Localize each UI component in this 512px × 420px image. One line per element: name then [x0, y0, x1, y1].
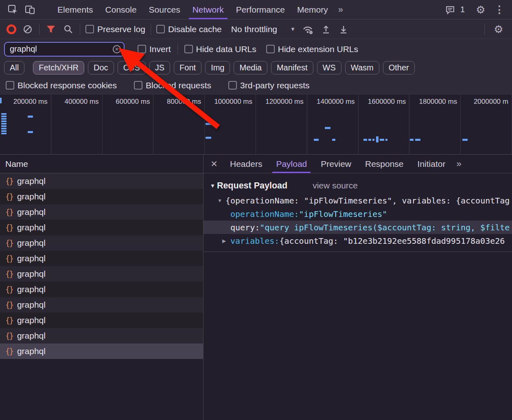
- extra-filter-toggle[interactable]: Blocked response cookies: [6, 81, 117, 90]
- extra-filter-toggle[interactable]: Blocked requests: [134, 81, 211, 90]
- caret-down-icon[interactable]: ▼: [210, 183, 215, 189]
- filter-funnel-icon[interactable]: [45, 24, 57, 35]
- request-type-pill[interactable]: Other: [383, 61, 415, 74]
- network-settings-gear-icon[interactable]: ⚙: [490, 24, 507, 35]
- timeline-bar: [363, 139, 367, 141]
- fetch-xhr-icon: {}: [5, 177, 13, 186]
- network-filter-input[interactable]: [4, 42, 125, 57]
- view-source-link[interactable]: view source: [313, 181, 358, 190]
- hide-data-urls-checkbox[interactable]: [184, 45, 193, 53]
- detail-tab[interactable]: Initiator: [411, 155, 453, 173]
- hide-extension-urls-checkbox[interactable]: [266, 45, 275, 53]
- request-row[interactable]: {} graphql: [0, 297, 203, 313]
- request-row[interactable]: {} graphql: [0, 343, 203, 359]
- extra-filter-checkbox[interactable]: [228, 81, 237, 90]
- timeline-bar: [206, 123, 212, 125]
- timeline-bar: [1, 125, 7, 127]
- more-detail-tabs-icon[interactable]: »: [452, 155, 465, 173]
- disable-cache-toggle[interactable]: Disable cache: [156, 24, 222, 34]
- request-type-pill[interactable]: Font: [174, 61, 201, 74]
- detail-tab[interactable]: Response: [358, 155, 411, 173]
- invert-toggle[interactable]: Invert: [138, 44, 171, 54]
- panel-tab[interactable]: Performance: [230, 0, 291, 19]
- clear-filter-icon[interactable]: ✕: [113, 45, 121, 53]
- settings-gear-icon[interactable]: ⚙: [472, 4, 489, 15]
- panel-tab[interactable]: Console: [99, 0, 143, 19]
- invert-checkbox[interactable]: [138, 45, 146, 53]
- close-details-icon[interactable]: ✕: [205, 155, 223, 173]
- hide-data-urls-toggle[interactable]: Hide data URLs: [184, 44, 256, 54]
- timeline-bar: [314, 139, 319, 141]
- request-type-pill[interactable]: JS: [149, 61, 170, 74]
- panel-tabs: ElementsConsoleSourcesNetworkPerformance…: [51, 0, 334, 19]
- fetch-xhr-icon: {}: [5, 223, 13, 232]
- request-row[interactable]: {} graphql: [0, 204, 203, 220]
- request-row[interactable]: {} graphql: [0, 328, 203, 343]
- request-row[interactable]: {} graphql: [0, 251, 203, 266]
- timeline-overview[interactable]: 200000 ms400000 ms600000 ms800000 ms1000…: [0, 94, 512, 155]
- throttling-select[interactable]: No throttling ▼: [231, 24, 295, 34]
- request-type-filters: AllFetch/XHRDocCSSJSFontImgMediaManifest…: [0, 59, 512, 77]
- name-column-header[interactable]: Name: [0, 155, 203, 173]
- network-conditions-icon[interactable]: [301, 24, 315, 35]
- request-type-pill[interactable]: Doc: [88, 61, 114, 74]
- request-type-pill[interactable]: CSS: [118, 61, 146, 74]
- request-type-pill[interactable]: Img: [205, 61, 230, 74]
- request-type-pill[interactable]: Manifest: [271, 61, 313, 74]
- timeline-bar: [368, 139, 371, 141]
- issues-icon[interactable]: [442, 4, 459, 15]
- import-har-icon[interactable]: [320, 24, 332, 35]
- clear-network-log-icon[interactable]: [22, 24, 34, 35]
- request-rows: {} graphql {} graphql {} graphql {} grap…: [0, 173, 203, 359]
- detail-tab[interactable]: Headers: [223, 155, 269, 173]
- timeline-bar: [410, 139, 414, 141]
- menu-kebab-icon[interactable]: ⋮: [491, 4, 508, 15]
- timeline-bar: [372, 139, 374, 141]
- panel-tab[interactable]: Sources: [143, 0, 186, 19]
- request-row[interactable]: {} graphql: [0, 173, 203, 189]
- payload-variables-node[interactable]: ▶ variables: {accountTag: "b12e3b2192ee5…: [203, 234, 512, 247]
- toolbar-right: 1 ⚙ ⋮: [442, 0, 508, 19]
- panel-tab[interactable]: Memory: [291, 0, 334, 19]
- export-har-icon[interactable]: [337, 24, 350, 35]
- timeline-bar: [385, 139, 387, 141]
- request-row[interactable]: {} graphql: [0, 189, 203, 204]
- payload-root-node[interactable]: ▼ {operationName: "ipFlowTimeseries", va…: [203, 194, 512, 207]
- request-type-pill[interactable]: Fetch/XHR: [33, 61, 84, 74]
- payload-operation-node[interactable]: operationName: "ipFlowTimeseries": [203, 207, 512, 221]
- payload-query-node[interactable]: query: "query ipFlowTimeseries($accountT…: [203, 221, 512, 234]
- search-icon[interactable]: [62, 24, 74, 35]
- device-toolbar-icon[interactable]: [21, 0, 38, 19]
- record-button[interactable]: [7, 24, 16, 34]
- inspect-element-icon[interactable]: [4, 0, 21, 19]
- request-type-pill[interactable]: Media: [234, 61, 267, 74]
- chevron-down-icon: ▼: [290, 26, 295, 32]
- request-type-pill[interactable]: WS: [317, 61, 341, 74]
- more-panels-icon[interactable]: »: [334, 0, 347, 19]
- request-row[interactable]: {} graphql: [0, 266, 203, 282]
- fetch-xhr-icon: {}: [5, 331, 13, 340]
- extra-filter-checkbox[interactable]: [6, 81, 14, 90]
- request-type-pill[interactable]: All: [4, 61, 24, 74]
- extra-filter-checkbox[interactable]: [134, 81, 142, 90]
- preserve-log-checkbox[interactable]: [85, 25, 94, 33]
- request-type-pill[interactable]: Wasm: [345, 61, 379, 74]
- payload-panel: ▼ Request Payload view source ▼ {operati…: [203, 173, 512, 252]
- preserve-log-toggle[interactable]: Preserve log: [85, 24, 145, 34]
- caret-right-icon[interactable]: ▶: [222, 238, 230, 244]
- detail-tab[interactable]: Payload: [269, 155, 314, 173]
- hide-extension-urls-toggle[interactable]: Hide extension URLs: [266, 44, 358, 54]
- request-row[interactable]: {} graphql: [0, 313, 203, 328]
- main-toolbar: ElementsConsoleSourcesNetworkPerformance…: [0, 0, 512, 20]
- request-row[interactable]: {} graphql: [0, 220, 203, 235]
- request-row[interactable]: {} graphql: [0, 282, 203, 297]
- panel-tab[interactable]: Network: [186, 0, 230, 19]
- disable-cache-checkbox[interactable]: [156, 25, 165, 33]
- detail-tab[interactable]: Preview: [314, 155, 358, 173]
- fetch-xhr-icon: {}: [5, 300, 13, 309]
- panel-tab[interactable]: Elements: [51, 0, 99, 19]
- devtools-window: ElementsConsoleSourcesNetworkPerformance…: [0, 0, 512, 420]
- extra-filter-toggle[interactable]: 3rd-party requests: [228, 81, 309, 90]
- caret-down-icon[interactable]: ▼: [217, 198, 225, 203]
- request-row[interactable]: {} graphql: [0, 235, 203, 251]
